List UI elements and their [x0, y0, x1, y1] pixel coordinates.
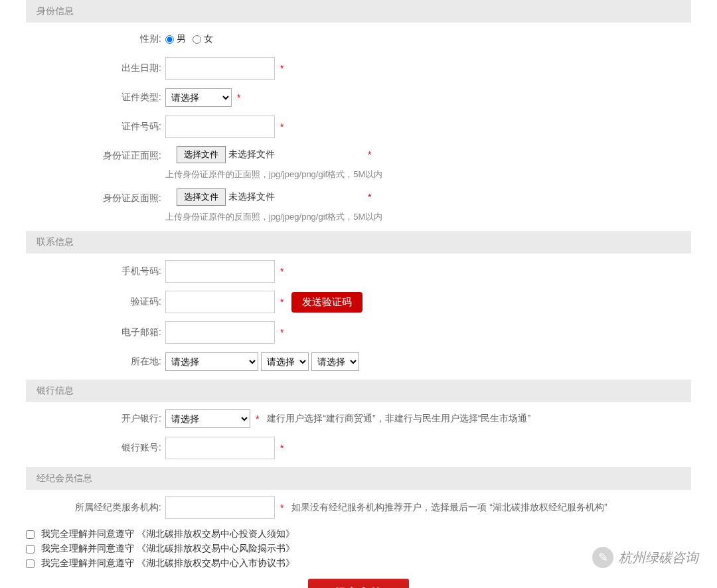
gender-female-radio[interactable]: [193, 35, 201, 44]
id-back-choose-button[interactable]: 选择文件: [177, 188, 226, 206]
province-select[interactable]: 请选择: [165, 352, 258, 371]
captcha-label: 验证码:: [26, 296, 165, 308]
idno-label: 证件号码:: [26, 121, 165, 133]
id-front-label: 身份证正面照:: [26, 146, 165, 162]
bank-label: 开户银行:: [26, 413, 165, 425]
watermark-text: 杭州绿碳咨询: [619, 549, 698, 567]
id-back-hint: 上传身份证原件的反面照，jpg/jpeg/png/gif格式，5M以内: [165, 211, 382, 223]
required-star: *: [280, 443, 283, 453]
id-back-status: 未选择文件: [228, 191, 275, 203]
required-star: *: [280, 121, 283, 132]
row-birth: 出生日期: *: [1, 57, 716, 80]
required-star: *: [368, 149, 371, 160]
row-account: 银行账号: *: [1, 437, 716, 459]
watermark: ✎ 杭州绿碳咨询: [592, 547, 698, 568]
section-identity: 身份信息: [26, 0, 691, 23]
section-contact: 联系信息: [26, 231, 691, 254]
agree-label-2: 我完全理解并同意遵守 《湖北碳排放权交易中心风险揭示书》: [41, 543, 295, 555]
captcha-input[interactable]: [165, 291, 275, 313]
required-star: *: [280, 297, 283, 307]
gender-male-radio[interactable]: [165, 35, 174, 44]
row-idno: 证件号码: *: [1, 115, 716, 138]
id-front-hint: 上传身份证原件的正面照，jpg/jpeg/png/gif格式，5M以内: [165, 169, 382, 181]
row-email: 电子邮箱: *: [1, 321, 716, 344]
agree-checkbox-2[interactable]: [26, 545, 35, 553]
gender-male-text: 男: [177, 33, 186, 45]
submit-button[interactable]: 提交审核: [308, 579, 409, 588]
row-id-back: 身份证反面照: 选择文件 未选择文件 * 上传身份证原件的反面照，jpg/jpe…: [1, 188, 716, 223]
row-gender: 性别: 男 女: [1, 29, 716, 49]
broker-org-input[interactable]: [165, 496, 275, 519]
agree-checkbox-3[interactable]: [26, 559, 35, 568]
required-star: *: [237, 92, 240, 103]
agree-checkbox-1[interactable]: [26, 530, 35, 539]
account-label: 银行账号:: [26, 442, 165, 454]
row-captcha: 验证码: * 发送验证码: [1, 291, 716, 313]
required-star: *: [280, 63, 283, 74]
required-star: *: [280, 327, 283, 338]
idtype-label: 证件类型:: [26, 92, 165, 104]
wechat-icon: ✎: [592, 547, 613, 568]
row-phone: 手机号码: *: [1, 260, 716, 283]
email-label: 电子邮箱:: [26, 327, 165, 338]
registration-form: 身份信息 性别: 男 女 出生日期: * 证件类型: 请选择 * 证件号码: *: [0, 0, 717, 588]
birth-label: 出生日期:: [26, 62, 165, 74]
gender-label: 性别:: [26, 33, 165, 45]
send-captcha-button[interactable]: 发送验证码: [291, 292, 362, 313]
agree-row-1: 我完全理解并同意遵守 《湖北碳排放权交易中心投资人须知》: [1, 527, 716, 542]
location-label: 所在地:: [26, 356, 165, 368]
agree-label-3: 我完全理解并同意遵守 《湖北碳排放权交易中心入市协议书》: [41, 557, 295, 569]
submit-row: 提交审核: [26, 571, 691, 588]
row-idtype: 证件类型: 请选择 *: [1, 88, 716, 108]
phone-input[interactable]: [165, 260, 275, 283]
required-star: *: [368, 192, 371, 202]
row-id-front: 身份证正面照: 选择文件 未选择文件 * 上传身份证原件的正面照，jpg/jpe…: [1, 146, 716, 181]
gender-female-text: 女: [204, 33, 213, 45]
section-broker: 经纪会员信息: [26, 467, 691, 490]
id-front-status: 未选择文件: [228, 149, 275, 161]
required-star: *: [280, 502, 283, 513]
row-location: 所在地: 请选择 请选择 请选择: [1, 352, 716, 372]
id-front-choose-button[interactable]: 选择文件: [177, 146, 226, 163]
idtype-select[interactable]: 请选择: [165, 88, 232, 107]
id-back-label: 身份证反面照:: [26, 188, 165, 204]
required-star: *: [256, 413, 259, 424]
agree-label-1: 我完全理解并同意遵守 《湖北碳排放权交易中心投资人须知》: [41, 528, 295, 540]
idno-input[interactable]: [165, 115, 275, 138]
section-bank: 银行信息: [26, 380, 691, 402]
city-select[interactable]: 请选择: [261, 352, 309, 371]
broker-org-label: 所属经纪类服务机构:: [26, 502, 165, 514]
row-broker-org: 所属经纪类服务机构: * 如果没有经纪服务机构推荐开户，选择最后一项 “湖北碳排…: [1, 496, 716, 519]
bank-hint: 建行用户选择“建行商贸通”，非建行与民生用户选择“民生市场通”: [267, 413, 530, 425]
birth-input[interactable]: [165, 57, 275, 80]
required-star: *: [280, 266, 283, 277]
email-input[interactable]: [165, 321, 275, 344]
bank-select[interactable]: 请选择: [165, 409, 250, 428]
district-select[interactable]: 请选择: [311, 352, 359, 371]
row-bank: 开户银行: 请选择 * 建行用户选择“建行商贸通”，非建行与民生用户选择“民生市…: [1, 409, 716, 429]
broker-org-hint: 如果没有经纪服务机构推荐开户，选择最后一项 “湖北碳排放权经纪服务机构”: [291, 502, 607, 514]
phone-label: 手机号码:: [26, 265, 165, 277]
account-input[interactable]: [165, 437, 275, 459]
